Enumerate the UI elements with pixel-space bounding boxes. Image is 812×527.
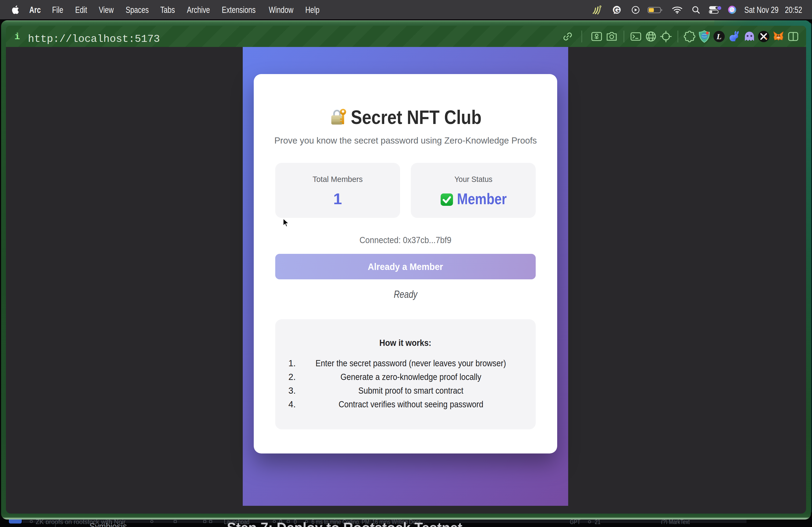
svg-text:G: G bbox=[614, 6, 620, 14]
svg-text:L: L bbox=[716, 32, 722, 41]
